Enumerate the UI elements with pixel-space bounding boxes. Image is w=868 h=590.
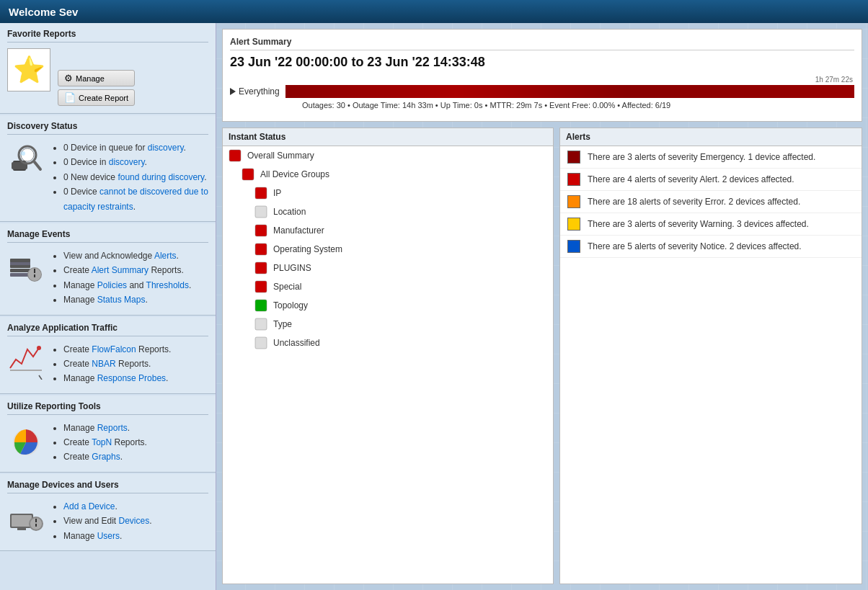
- status-color-dot: [254, 336, 267, 349]
- events-icon: [7, 249, 45, 286]
- favorite-reports-title: Favorite Reports: [7, 29, 208, 43]
- reporting-tools-title: Utilize Reporting Tools: [7, 401, 208, 415]
- graphs-link[interactable]: Graphs: [92, 452, 120, 462]
- status-item-label: Topology: [273, 300, 308, 310]
- topn-link[interactable]: TopN: [92, 437, 112, 447]
- gear-icon: ⚙: [64, 73, 73, 84]
- alert-color-box: [567, 240, 580, 253]
- traffic-item-3: Manage Response Probes.: [63, 371, 171, 385]
- alert-text: There are 3 alerts of severity Emergency…: [588, 152, 815, 162]
- status-item[interactable]: PLUGINS: [223, 259, 553, 277]
- alert-color-box: [567, 195, 580, 208]
- nbar-link[interactable]: NBAR: [92, 359, 115, 369]
- reports-link[interactable]: Reports: [97, 423, 128, 433]
- svg-rect-21: [17, 528, 26, 530]
- devices-item-3: Manage Users.: [63, 529, 152, 543]
- manage-events-title: Manage Events: [7, 229, 208, 243]
- status-item[interactable]: Special: [223, 277, 553, 296]
- manage-devices-title: Manage Devices and Users: [7, 480, 208, 493]
- svg-rect-10: [10, 259, 30, 262]
- thresholds-link[interactable]: Thresholds: [146, 280, 189, 290]
- status-item[interactable]: Type: [223, 315, 553, 334]
- alert-text: There are 5 alerts of severity Notice. 2…: [588, 241, 802, 251]
- users-link[interactable]: Users: [97, 531, 120, 541]
- alert-summary-link[interactable]: Alert Summary: [92, 265, 149, 275]
- status-item-label: Type: [273, 319, 292, 329]
- manage-devices-section: Manage Devices and Users Add a Device.: [0, 474, 216, 551]
- events-icon-area: [7, 249, 45, 288]
- alert-text: There are 3 alerts of severity Warning. …: [588, 219, 809, 229]
- status-item[interactable]: Topology: [223, 296, 553, 315]
- reporting-item-2: Create TopN Reports.: [63, 435, 147, 450]
- status-item[interactable]: All Device Groups: [223, 165, 553, 184]
- status-color-dot: [242, 168, 254, 181]
- favorite-reports-buttons: ⚙ Manage 📄 Create Report: [58, 70, 135, 106]
- status-item[interactable]: IP: [223, 184, 553, 202]
- add-device-link[interactable]: Add a Device: [63, 501, 115, 511]
- status-item[interactable]: Unclassified: [223, 334, 553, 352]
- discovery-link-1[interactable]: discovery: [148, 143, 184, 153]
- svg-rect-34: [255, 300, 267, 311]
- analyze-traffic-section: Analyze Application Traffic Create FlowF…: [0, 317, 216, 394]
- discovery-item-4: 0 Device cannot be discovered due to cap…: [63, 184, 208, 214]
- favorite-reports-icon-area: ⭐: [7, 48, 50, 91]
- svg-rect-28: [255, 187, 267, 199]
- alerts-panel: Alerts There are 3 alerts of severity Em…: [559, 128, 862, 584]
- status-maps-link[interactable]: Status Maps: [97, 295, 146, 305]
- everything-row: Everything: [230, 85, 854, 98]
- manage-button-label: Manage: [76, 74, 105, 83]
- traffic-item-1: Create FlowFalcon Reports.: [63, 342, 171, 357]
- svg-rect-25: [35, 524, 37, 527]
- alert-item: There are 5 alerts of severity Notice. 2…: [560, 236, 862, 258]
- svg-rect-24: [35, 519, 37, 522]
- events-item-3: Manage Policies and Thresholds.: [63, 278, 191, 292]
- status-item-label: Location: [273, 207, 306, 217]
- favorite-reports-content: ⭐ ⚙ Manage 📄 Create Report: [7, 48, 208, 106]
- alerts-link[interactable]: Alerts: [154, 251, 177, 261]
- svg-point-5: [21, 151, 25, 156]
- devices-item-2: View and Edit Devices.: [63, 514, 152, 528]
- status-color-dot: [229, 149, 242, 162]
- response-probes-link[interactable]: Response Probes: [97, 373, 166, 383]
- discovery-list: 0 Device in queue for discovery. 0 Devic…: [52, 140, 208, 214]
- status-item[interactable]: Manufacturer: [223, 221, 553, 240]
- flowfalcon-link[interactable]: FlowFalcon: [92, 344, 136, 354]
- reporting-icon-area: [7, 421, 45, 460]
- svg-point-16: [37, 346, 41, 350]
- status-item[interactable]: Location: [223, 202, 553, 221]
- svg-rect-15: [10, 370, 42, 371]
- timeline-ticks: 1h 27m 22s: [230, 76, 854, 84]
- everything-label: Everything: [230, 86, 280, 97]
- bottom-panels: Instant Status Overall SummaryAll Device…: [222, 128, 862, 584]
- alert-date-range: 23 Jun '22 00:00:00 to 23 Jun '22 14:33:…: [230, 55, 854, 70]
- status-color-dot: [254, 318, 267, 331]
- star-icon-box: ⭐: [7, 48, 50, 91]
- discovery-link-2[interactable]: discovery: [109, 157, 145, 167]
- favorite-reports-section: Favorite Reports ⭐ ⚙ Manage 📄 Create Rep…: [0, 23, 216, 114]
- analyze-traffic-content: Create FlowFalcon Reports. Create NBAR R…: [7, 342, 208, 386]
- alert-summary-title: Alert Summary: [230, 37, 854, 50]
- alert-item: There are 18 alerts of severity Error. 2…: [560, 191, 862, 213]
- reporting-tools-content: Manage Reports. Create TopN Reports. Cre…: [7, 421, 208, 465]
- svg-rect-8: [10, 269, 30, 272]
- status-item-label: Manufacturer: [273, 225, 324, 236]
- discovery-item-1: 0 Device in queue for discovery.: [63, 140, 208, 155]
- manage-devices-content: Add a Device. View and Edit Devices. Man…: [7, 499, 208, 543]
- instant-status-title: Instant Status: [223, 128, 553, 146]
- found-link[interactable]: found during discovery: [118, 172, 204, 182]
- cannot-link[interactable]: cannot be discovered due to capacity res…: [63, 187, 208, 211]
- manage-events-content: View and Acknowledge Alerts. Create Aler…: [7, 249, 208, 308]
- manage-button[interactable]: ⚙ Manage: [58, 70, 135, 86]
- alert-text: There are 4 alerts of severity Alert. 2 …: [588, 174, 794, 184]
- policies-link[interactable]: Policies: [97, 280, 127, 290]
- devices-link[interactable]: Devices: [119, 516, 150, 526]
- status-item[interactable]: Overall Summary: [223, 146, 553, 165]
- title-text: Welcome Sev: [9, 6, 78, 18]
- analyze-traffic-title: Analyze Application Traffic: [7, 323, 208, 336]
- events-list: View and Acknowledge Alerts. Create Aler…: [52, 249, 191, 308]
- svg-rect-26: [229, 150, 241, 161]
- create-report-button[interactable]: 📄 Create Report: [58, 89, 135, 106]
- everything-text: Everything: [239, 86, 280, 97]
- status-color-dot: [254, 299, 267, 312]
- status-item[interactable]: Operating System: [223, 240, 553, 259]
